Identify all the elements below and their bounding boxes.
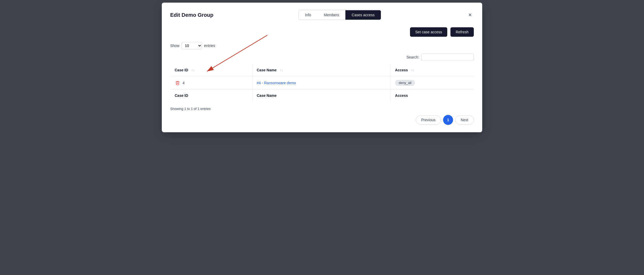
tab-members[interactable]: Members	[318, 10, 345, 20]
table-foot: Case ID Case Name Access	[170, 90, 474, 102]
show-label: Show	[170, 44, 179, 48]
cell-case-name: #4 - Ransomware demo	[252, 76, 391, 90]
current-page-button[interactable]: 1	[443, 115, 453, 125]
pagination: Previous 1 Next	[170, 115, 474, 125]
table-head: Case ID ↑↓ Case Name ↑↓ Access ↑↓	[170, 64, 474, 76]
next-button[interactable]: Next	[455, 115, 474, 124]
set-case-access-button[interactable]: Set case access	[410, 27, 447, 37]
foot-col-case-name: Case Name	[252, 90, 391, 102]
table-body: 4 #4 - Ransomware demo deny_all	[170, 76, 474, 90]
delete-case-icon[interactable]	[175, 80, 180, 86]
col-access: Access ↑↓	[391, 64, 474, 76]
access-badge: deny_all	[395, 80, 415, 86]
search-bar: Search:	[170, 54, 474, 61]
table-header-row: Case ID ↑↓ Case Name ↑↓ Access ↑↓	[170, 64, 474, 76]
cell-access: deny_all	[391, 76, 474, 90]
showing-text: Showing 1 to 1 of 1 entries	[170, 107, 474, 111]
refresh-button[interactable]: Refresh	[450, 27, 474, 37]
show-entries-row: Show 10 25 50 100 entries	[170, 42, 474, 49]
table-footer-row: Case ID Case Name Access	[170, 90, 474, 102]
case-id-cell: 4	[175, 80, 248, 86]
sort-case-id-icon[interactable]: ↑↓	[191, 68, 194, 72]
entries-label: entries	[204, 44, 215, 48]
cell-case-id: 4	[170, 76, 252, 90]
foot-col-case-id: Case ID	[170, 90, 252, 102]
col-case-name: Case Name ↑↓	[252, 64, 391, 76]
search-input[interactable]	[421, 54, 474, 61]
modal-title: Edit Demo Group	[170, 12, 213, 18]
foot-col-access: Access	[391, 90, 474, 102]
tab-cases-access[interactable]: Cases access	[345, 10, 381, 20]
search-label: Search:	[407, 55, 419, 59]
case-name-link[interactable]: #4 - Ransomware demo	[257, 81, 296, 85]
sort-access-icon[interactable]: ↑↓	[411, 68, 414, 72]
modal-overlay: Edit Demo Group Info Members Cases acces…	[0, 0, 644, 275]
modal-tabs: Info Members Cases access	[298, 10, 381, 20]
table-row: 4 #4 - Ransomware demo deny_all	[170, 76, 474, 90]
tab-info[interactable]: Info	[299, 10, 317, 20]
col-case-id: Case ID ↑↓	[170, 64, 252, 76]
sort-case-name-icon[interactable]: ↑↓	[280, 68, 283, 72]
modal-header: Edit Demo Group Info Members Cases acces…	[170, 10, 474, 20]
close-button[interactable]: ×	[466, 10, 474, 19]
case-id-value: 4	[183, 81, 185, 85]
previous-button[interactable]: Previous	[416, 115, 441, 124]
cases-table: Case ID ↑↓ Case Name ↑↓ Access ↑↓	[170, 64, 474, 102]
entries-select[interactable]: 10 25 50 100	[181, 42, 202, 49]
toolbar: Set case access Refresh	[170, 27, 474, 37]
table-container: Case ID ↑↓ Case Name ↑↓ Access ↑↓	[170, 64, 474, 102]
modal-dialog: Edit Demo Group Info Members Cases acces…	[162, 3, 482, 132]
